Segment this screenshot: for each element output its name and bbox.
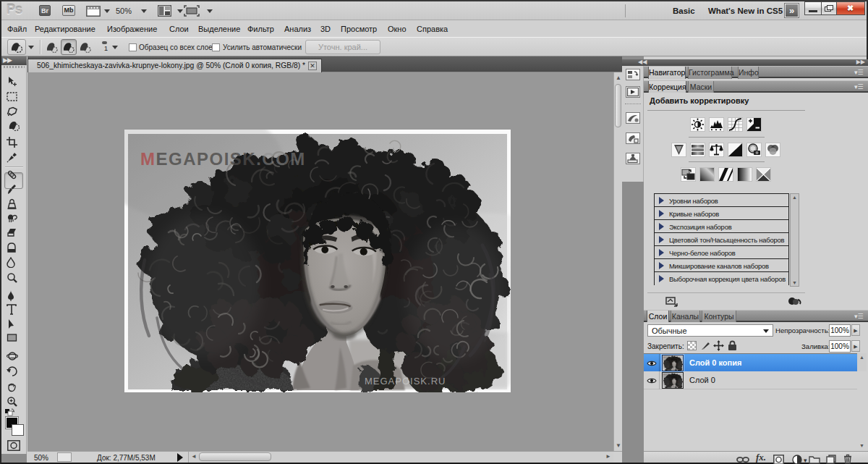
svg-text:MEGAPOISK.RU: MEGAPOISK.RU bbox=[365, 376, 446, 387]
svg-text:+: + bbox=[68, 41, 71, 48]
svg-text:MEGAPOISK.COM: MEGAPOISK.COM bbox=[140, 149, 306, 169]
